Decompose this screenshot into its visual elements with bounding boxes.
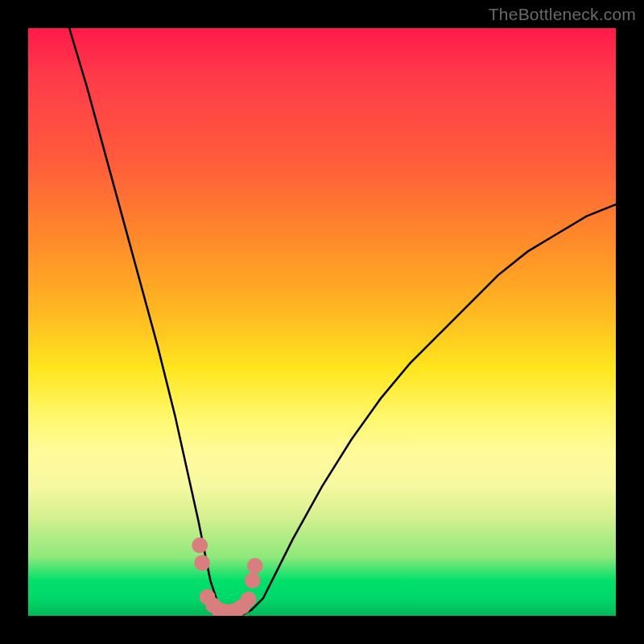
watermark-text: TheBottleneck.com [489,5,636,24]
chart-background [28,28,616,616]
chart-frame: TheBottleneck.com [0,0,644,644]
